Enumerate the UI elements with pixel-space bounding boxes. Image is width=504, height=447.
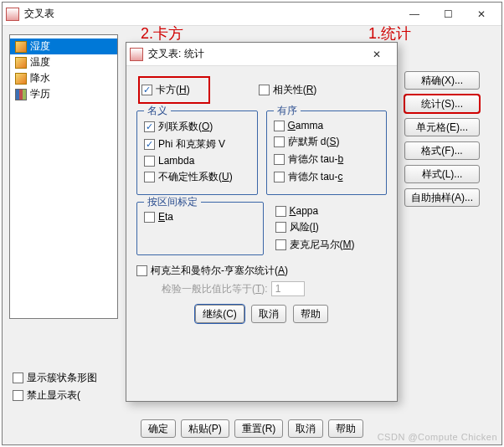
check-label: Eta — [158, 211, 173, 223]
scale-icon — [15, 73, 27, 85]
chi-square-highlight: 卡方(H) — [140, 78, 208, 102]
checkbox-icon — [144, 121, 155, 132]
right-button-panel: 精确(X)... 统计(S)... 单元格(E)... 格式(F)... 样式(… — [404, 71, 480, 207]
ok-button[interactable]: 确定 — [141, 419, 176, 438]
check-label: Lambda — [158, 155, 194, 167]
checkbox-icon — [144, 156, 155, 167]
risk-check[interactable]: 风险(I) — [275, 220, 388, 234]
nominal-group: 名义 列联系数(O) Phi 和克莱姆 V Lambda 不确定性系数(U) — [136, 110, 258, 195]
check-label: 麦克尼马尔(M) — [290, 238, 355, 252]
check-label: 萨默斯 d(S) — [288, 135, 340, 149]
check-label: Kappa — [290, 205, 319, 217]
maximize-button[interactable]: ☐ — [431, 3, 465, 25]
checkbox-icon — [274, 136, 285, 147]
ordinal-group: 有序 Gamma 萨默斯 d(S) 肯德尔 tau-b 肯德尔 tau-c — [266, 110, 388, 195]
cmh-odds-row: 检验一般比值比等于(T): 1 — [162, 281, 387, 296]
list-item-label: 降水 — [30, 71, 50, 85]
gamma-check[interactable]: Gamma — [274, 120, 380, 131]
top-options-row: 卡方(H) 相关性(R) — [140, 78, 387, 102]
list-item[interactable]: 湿度 — [10, 39, 117, 54]
check-label: 不确定性系数(U) — [158, 170, 233, 184]
uncertainty-check[interactable]: 不确定性系数(U) — [144, 170, 250, 184]
check-label: 相关性(R) — [273, 83, 317, 97]
continue-button[interactable]: 继续(C) — [195, 305, 244, 323]
dialog-buttons: 继续(C) 取消 帮助 — [136, 305, 387, 323]
nominal-icon — [15, 89, 27, 100]
style-button[interactable]: 样式(L)... — [404, 165, 480, 183]
checkbox-icon — [274, 154, 285, 165]
checkbox-icon — [144, 139, 155, 150]
list-item-label: 学历 — [30, 87, 50, 101]
clustered-bar-check[interactable]: 显示簇状条形图 — [13, 371, 97, 385]
two-column-group-2: 按区间标定 Eta Kappa 风险(I) 麦克尼马尔(M) — [136, 195, 387, 255]
paste-button[interactable]: 粘贴(P) — [181, 419, 229, 438]
list-item[interactable]: 温度 — [10, 54, 117, 70]
checkbox-icon — [274, 121, 285, 131]
main-window-title: 交叉表 — [24, 7, 398, 21]
format-button[interactable]: 格式(F)... — [404, 141, 480, 160]
exact-button[interactable]: 精确(X)... — [404, 71, 480, 90]
minimize-button[interactable]: — — [398, 3, 431, 25]
bootstrap-button[interactable]: 自助抽样(A)... — [404, 188, 480, 207]
suppress-tables-check[interactable]: 禁止显示表( — [13, 388, 97, 403]
reset-button[interactable]: 重置(R) — [234, 419, 284, 438]
annotation-2: 2.卡方 — [141, 23, 183, 44]
contingency-check[interactable]: 列联系数(O) — [144, 120, 250, 134]
group-legend: 名义 — [144, 104, 171, 118]
scale-icon — [15, 57, 27, 69]
list-item-label: 湿度 — [30, 39, 50, 54]
statistics-button[interactable]: 统计(S)... — [404, 95, 480, 113]
dialog-title: 交叉表: 统计 — [148, 47, 360, 61]
cmh-odds-input: 1 — [271, 281, 305, 296]
list-item[interactable]: 降水 — [10, 70, 117, 86]
list-item[interactable]: 学历 — [10, 86, 117, 102]
check-label: 柯克兰和曼特尔-亨塞尔统计(A) — [151, 264, 288, 278]
check-label: 显示簇状条形图 — [27, 371, 97, 385]
checkbox-icon — [141, 85, 152, 95]
checkbox-icon — [13, 390, 23, 401]
dialog-help-button[interactable]: 帮助 — [293, 305, 328, 323]
cmh-odds-label: 检验一般比值比等于(T): — [162, 282, 268, 296]
tauc-check[interactable]: 肯德尔 tau-c — [274, 170, 380, 184]
check-label: 禁止显示表( — [27, 388, 80, 403]
app-icon — [130, 48, 143, 61]
checkbox-icon — [144, 172, 155, 182]
main-titlebar: 交叉表 — ☐ ✕ — [3, 3, 501, 26]
bottom-options: 显示簇状条形图 禁止显示表( — [13, 371, 97, 403]
cancel-button[interactable]: 取消 — [288, 419, 323, 438]
somers-check[interactable]: 萨默斯 d(S) — [274, 135, 380, 149]
check-label: 风险(I) — [290, 220, 319, 234]
dialog-cancel-button[interactable]: 取消 — [251, 305, 286, 323]
checkbox-icon — [13, 372, 23, 383]
lambda-check[interactable]: Lambda — [144, 155, 250, 167]
dialog-body: 卡方(H) 相关性(R) 名义 列联系数(O) Phi 和克莱姆 V Lambd… — [126, 66, 397, 401]
interval-group: 按区间标定 Eta — [136, 202, 264, 255]
check-label: Phi 和克莱姆 V — [158, 137, 225, 152]
cmh-check[interactable]: 柯克兰和曼特尔-亨塞尔统计(A) — [136, 264, 387, 278]
eta-check[interactable]: Eta — [144, 211, 256, 223]
variable-list[interactable]: 湿度 温度 降水 学历 — [9, 34, 118, 319]
check-label: 卡方(H) — [156, 83, 190, 97]
dialog-close-button[interactable]: ✕ — [360, 44, 393, 65]
cells-button[interactable]: 单元格(E)... — [404, 118, 480, 136]
annotation-1: 1.统计 — [368, 23, 411, 44]
watermark: CSDN @Compute Chicken — [378, 432, 497, 442]
checkbox-icon — [275, 222, 286, 233]
checkbox-icon — [144, 212, 155, 223]
correlations-check[interactable]: 相关性(R) — [259, 81, 317, 99]
phi-check[interactable]: Phi 和克莱姆 V — [144, 137, 250, 152]
help-button[interactable]: 帮助 — [328, 419, 363, 438]
check-label: 肯德尔 tau-b — [288, 152, 344, 167]
chi-square-check[interactable]: 卡方(H) — [141, 83, 190, 97]
close-button[interactable]: ✕ — [465, 3, 498, 25]
taub-check[interactable]: 肯德尔 tau-b — [274, 152, 380, 167]
kappa-check[interactable]: Kappa — [275, 205, 388, 217]
right-extra-group: Kappa 风险(I) 麦克尼马尔(M) — [272, 195, 388, 255]
list-item-label: 温度 — [30, 55, 50, 69]
two-column-group-1: 名义 列联系数(O) Phi 和克莱姆 V Lambda 不确定性系数(U) 有… — [136, 104, 387, 195]
checkbox-icon — [275, 206, 286, 217]
dialog-titlebar: 交叉表: 统计 ✕ — [126, 43, 397, 66]
check-label: Gamma — [288, 120, 324, 131]
app-icon — [6, 8, 19, 21]
mcnemar-check[interactable]: 麦克尼马尔(M) — [275, 238, 388, 252]
